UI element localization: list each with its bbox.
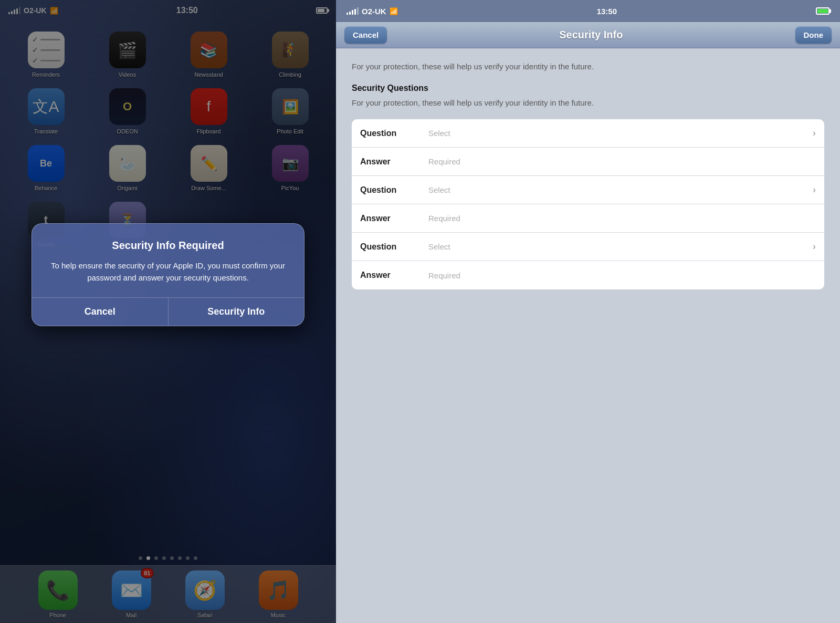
- nav-bar: Cancel Security Info Done: [336, 22, 840, 48]
- form-row-answer-3[interactable]: Answer Required: [352, 261, 824, 289]
- r-signal-bar-1: [346, 13, 348, 15]
- chevron-right-3: ›: [813, 241, 816, 252]
- r-wifi-icon: 📶: [390, 7, 398, 15]
- form-label-answer-3: Answer: [360, 271, 423, 280]
- form-group: Question Select › Answer Required Questi…: [352, 119, 824, 289]
- alert-cancel-button[interactable]: Cancel: [32, 298, 169, 326]
- chevron-right-2: ›: [813, 184, 816, 195]
- form-label-question-1: Question: [360, 129, 423, 138]
- alert-overlay: Security Info Required To help ensure th…: [0, 0, 336, 623]
- description-text: For your protection, these will help us …: [352, 61, 824, 73]
- alert-dialog: Security Info Required To help ensure th…: [32, 223, 304, 326]
- alert-title: Security Info Required: [48, 240, 288, 252]
- r-battery-fill: [817, 9, 828, 13]
- content-area: For your protection, these will help us …: [336, 48, 840, 623]
- r-clock: 13:50: [597, 7, 617, 16]
- form-row-question-3[interactable]: Question Select ›: [352, 233, 824, 261]
- form-value-answer-3: Required: [423, 271, 816, 280]
- signal-bars-right-icon: [346, 7, 359, 15]
- status-right-left: O2-UK 📶: [346, 7, 398, 16]
- nav-title: Security Info: [559, 29, 623, 41]
- form-row-question-1[interactable]: Question Select ›: [352, 119, 824, 148]
- form-value-question-1: Select: [423, 129, 813, 138]
- cancel-nav-button[interactable]: Cancel: [344, 26, 387, 44]
- form-row-question-2[interactable]: Question Select ›: [352, 176, 824, 204]
- r-battery-icon: [816, 7, 830, 15]
- chevron-right-1: ›: [813, 128, 816, 139]
- alert-message: To help ensure the security of your Appl…: [48, 260, 288, 284]
- form-label-question-2: Question: [360, 185, 423, 195]
- r-signal-bar-5: [357, 7, 359, 15]
- section-header: Security Questions: [352, 84, 824, 93]
- r-signal-bar-2: [349, 12, 351, 15]
- r-signal-bar-3: [352, 10, 353, 15]
- status-bar-right: O2-UK 📶 13:50: [336, 0, 840, 22]
- section-desc: For your protection, these will help us …: [352, 97, 824, 109]
- alert-security-info-button[interactable]: Security Info: [169, 298, 304, 326]
- form-value-answer-2: Required: [423, 214, 816, 223]
- form-row-answer-1[interactable]: Answer Required: [352, 148, 824, 176]
- left-panel: O2-UK 📶 13:50 ✓ ✓ ✓ Reminders 🎬: [0, 0, 336, 623]
- form-value-answer-1: Required: [423, 157, 816, 166]
- form-label-question-3: Question: [360, 242, 423, 252]
- r-carrier-name: O2-UK: [362, 7, 386, 16]
- form-value-question-2: Select: [423, 185, 813, 194]
- form-value-question-3: Select: [423, 242, 813, 251]
- right-panel: O2-UK 📶 13:50 Cancel Security Info Done …: [336, 0, 840, 623]
- alert-buttons: Cancel Security Info: [32, 297, 304, 326]
- form-row-answer-2[interactable]: Answer Required: [352, 204, 824, 233]
- done-nav-button[interactable]: Done: [795, 26, 832, 44]
- form-label-answer-1: Answer: [360, 157, 423, 167]
- r-signal-bar-4: [354, 9, 356, 15]
- form-label-answer-2: Answer: [360, 214, 423, 223]
